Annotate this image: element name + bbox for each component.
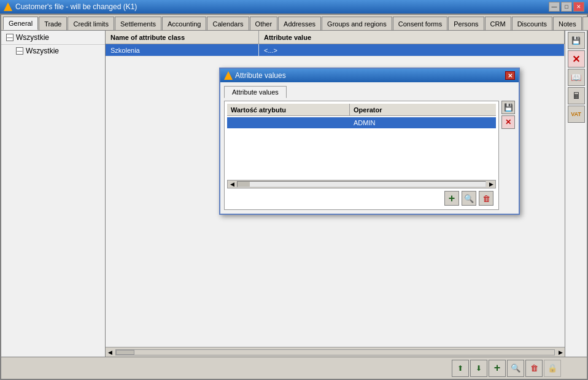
action-save-button[interactable]: 💾 [568,32,585,49]
tab-other[interactable]: Other [250,17,278,30]
dialog-save-button[interactable]: 💾 [501,101,515,114]
main-window: General Trade Credit limits Settlements … [0,14,588,380]
tab-bar: General Trade Credit limits Settlements … [1,15,587,31]
toolbar-lock-button: 🔒 [544,360,561,377]
dialog-overlay: Attribute values ✕ Attribute values [106,31,565,357]
dialog-table-header: Wartość atrybutu Operator [227,104,496,116]
dialog-delete-button[interactable]: 🗑 [479,191,493,206]
tab-groups-regions[interactable]: Groups and regions [322,17,392,30]
dialog-search-button[interactable]: 🔍 [462,191,476,206]
cell-value: <...> [259,44,565,56]
tab-trade[interactable]: Trade [39,17,67,30]
bottom-toolbar: ⬆ ⬇ + 🔍 🗑 🔒 [1,357,587,379]
col-header-name: Name of attribute class [106,31,259,44]
search-icon: 🔍 [511,363,520,373]
dialog-add-button[interactable]: + [444,191,459,206]
dialog-tab-bar: Attribute values [224,86,515,98]
dialog-col-header-op: Operator [350,104,496,115]
h-scroll-thumb[interactable] [116,350,134,355]
scroll-thumb[interactable] [238,182,250,187]
dialog-close-button[interactable]: ✕ [505,71,515,80]
h-scrollbar: ◀ ▶ [106,347,565,357]
action-delete-button[interactable]: ✕ [568,50,585,68]
tab-accounting[interactable]: Accounting [162,17,206,30]
dialog-table-area: Wartość atrybutu Operator ADMIN [224,101,499,210]
tab-settlements[interactable]: Settlements [115,17,161,30]
cell-name: Szkolenia [106,44,259,56]
sidebar-item-label: Wszystkie [26,47,59,55]
tab-discounts[interactable]: Discounts [512,17,552,30]
table-header: Name of attribute class Attribute value [106,31,565,44]
minimize-button[interactable]: — [549,2,560,12]
sidebar: — Wszystkie — Wszystkie [1,31,106,357]
dialog-tab-attr-values[interactable]: Attribute values [224,86,287,98]
action-calc-button[interactable]: 🖩 [568,87,585,104]
col-header-value: Attribute value [259,31,565,44]
toolbar-search-button[interactable]: 🔍 [507,360,524,377]
lock-icon: 🔒 [547,363,557,373]
action-vat-button[interactable]: VAT [568,106,585,123]
right-action-buttons: 💾 ✕ 📖 🖩 VAT [565,31,587,357]
trash-icon: 🗑 [530,363,538,373]
toolbar-upload-button[interactable]: ⬆ [452,360,469,377]
vat-icon: VAT [571,111,581,117]
dialog-content: Attribute values Wartość atrybutu Operat… [220,82,519,214]
dialog-icon [224,71,233,80]
table-row[interactable]: Szkolenia <...> [106,44,565,56]
attribute-values-dialog: Attribute values ✕ Attribute values [219,68,520,215]
dialog-h-scrollbar: ◀ ▶ [227,180,496,188]
h-scroll-left-btn[interactable]: ◀ [106,348,114,357]
main-h-scrollbar: ◀ ▶ [106,347,565,357]
upload-icon: ⬆ [457,364,463,373]
dialog-col-header-attr: Wartość atrybutu [227,104,350,115]
dialog-side-buttons: 💾 ✕ [501,101,515,210]
dialog-title: Attribute values [235,71,505,80]
window-controls: — □ ✕ [549,2,584,12]
book-icon: 📖 [571,72,581,82]
tab-general[interactable]: General [3,17,38,30]
toolbar-add-button[interactable]: + [489,360,506,377]
action-book-button[interactable]: 📖 [568,69,585,86]
h-scroll-right-btn[interactable]: ▶ [556,348,565,357]
tab-persons[interactable]: Persons [448,17,484,30]
sidebar-header: — Wszystkie [1,31,105,45]
delete-icon: ✕ [572,53,580,65]
dialog-scroll-area: ADMIN [227,117,496,179]
close-button[interactable]: ✕ [573,2,584,12]
dialog-table-row[interactable]: ADMIN [227,117,496,128]
dialog-title-bar: Attribute values ✕ [220,69,519,82]
tab-consent-forms[interactable]: Consent forms [393,17,448,30]
h-scroll-track [115,349,555,355]
dialog-cell-op: ADMIN [350,117,496,128]
window-title: Customer's file - will be changed (K1) [15,2,549,11]
expand-icon[interactable]: — [16,47,23,55]
tab-addresses[interactable]: Addresses [278,17,321,30]
save-icon: 💾 [571,36,581,45]
maximize-button[interactable]: □ [561,2,572,12]
title-bar: Customer's file - will be changed (K1) —… [0,0,588,14]
tab-crm[interactable]: CRM [485,17,511,30]
sidebar-header-label: Wszystkie [16,33,49,42]
calc-icon: 🖩 [572,91,581,101]
content-area: — Wszystkie — Wszystkie Name of attribut… [1,31,587,357]
dialog-delete-side-button[interactable]: ✕ [501,115,515,129]
tab-calendars[interactable]: Calendars [207,17,249,30]
scroll-right-button[interactable]: ▶ [487,180,495,188]
scroll-track [237,181,486,187]
collapse-all-icon[interactable]: — [6,34,14,41]
sidebar-item-wszystkie[interactable]: — Wszystkie [1,45,105,57]
download-icon: ⬇ [476,364,482,373]
toolbar-delete-button[interactable]: 🗑 [525,360,543,377]
toolbar-download-button[interactable]: ⬇ [470,360,487,377]
tab-notes[interactable]: Notes [553,17,582,30]
tab-interest[interactable]: Interest [582,17,588,30]
main-panel: Name of attribute class Attribute value … [106,31,565,357]
dialog-bottom-buttons: + 🔍 🗑 [227,188,496,207]
app-icon [4,2,12,11]
dialog-save-icon: 💾 [504,103,513,112]
scroll-left-button[interactable]: ◀ [228,180,236,188]
tab-credit-limits[interactable]: Credit limits [68,17,114,30]
add-icon: + [494,362,501,374]
dialog-inner-area: Wartość atrybutu Operator ADMIN [224,101,515,210]
dialog-delete-icon: ✕ [505,118,511,126]
